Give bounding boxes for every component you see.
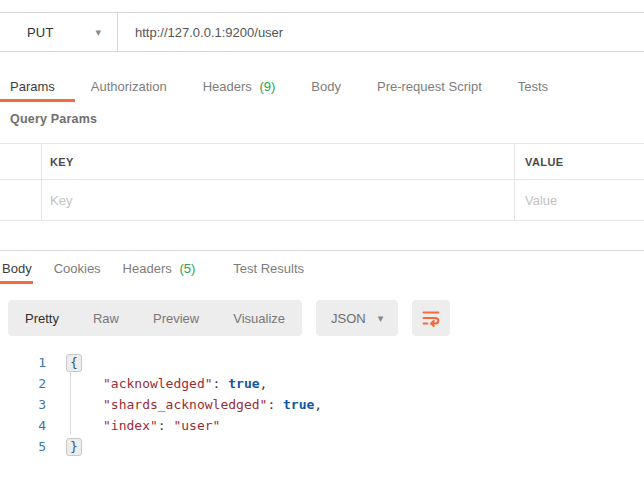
response-tab-headers-label: Headers bbox=[123, 261, 172, 276]
json-string-value: "user" bbox=[173, 418, 220, 433]
response-headers-count-badge: (5) bbox=[179, 261, 195, 276]
params-header-row: KEY VALUE bbox=[0, 144, 644, 180]
params-table: KEY VALUE bbox=[0, 143, 644, 221]
line-number: 2 bbox=[0, 376, 46, 391]
method-select[interactable]: PUT ▾ bbox=[0, 13, 118, 51]
url-input[interactable] bbox=[118, 13, 644, 51]
tab-params[interactable]: Params bbox=[10, 79, 55, 94]
view-mode-group: Pretty Raw Preview Visualize bbox=[8, 300, 302, 336]
json-colon: : bbox=[158, 418, 166, 433]
json-comma: , bbox=[260, 376, 268, 391]
code-line: 5 } bbox=[0, 436, 644, 457]
code-line: 3 "shards_acknowledged": true, bbox=[0, 394, 644, 415]
code-line: 1 { bbox=[0, 352, 644, 373]
close-brace-fold-widget: } bbox=[66, 438, 82, 456]
response-tab-body-label: Body bbox=[2, 261, 32, 276]
tab-headers[interactable]: Headers (9) bbox=[203, 79, 276, 94]
query-params-title: Query Params bbox=[0, 112, 644, 126]
response-toolbar: Pretty Raw Preview Visualize JSON ▾ bbox=[8, 300, 644, 336]
code-line: 4 "index": "user" bbox=[0, 415, 644, 436]
tab-body[interactable]: Body bbox=[311, 79, 341, 94]
code-line: 2 "acknowledged": true, bbox=[0, 373, 644, 394]
json-colon: : bbox=[267, 397, 275, 412]
param-key-input[interactable] bbox=[50, 193, 491, 208]
active-tab-underline bbox=[0, 99, 75, 102]
view-mode-raw[interactable]: Raw bbox=[76, 311, 136, 326]
tab-pre-request-script[interactable]: Pre-request Script bbox=[377, 79, 482, 94]
headers-count-badge: (9) bbox=[259, 79, 275, 94]
params-row bbox=[0, 180, 644, 220]
params-row-key-cell bbox=[42, 180, 515, 220]
json-key: "shards_acknowledged" bbox=[103, 397, 267, 412]
response-body-code: 1 { 2 "acknowledged": true, 3 "shards_ac… bbox=[0, 352, 644, 457]
active-tab-underline bbox=[0, 281, 33, 284]
json-key: "acknowledged" bbox=[103, 376, 213, 391]
indent-guide bbox=[70, 371, 71, 434]
json-colon: : bbox=[213, 376, 221, 391]
tab-tests[interactable]: Tests bbox=[518, 79, 548, 94]
request-tabs: Params Authorization Headers (9) Body Pr… bbox=[0, 79, 644, 94]
tab-pre-request-script-label: Pre-request Script bbox=[377, 79, 482, 94]
view-mode-pretty[interactable]: Pretty bbox=[8, 311, 76, 326]
tab-authorization[interactable]: Authorization bbox=[91, 79, 167, 94]
tab-body-label: Body bbox=[311, 79, 341, 94]
key-column-header: KEY bbox=[50, 156, 74, 168]
wrap-lines-icon bbox=[420, 307, 442, 329]
json-comma: , bbox=[314, 397, 322, 412]
value-column-header: VALUE bbox=[525, 156, 563, 168]
response-tab-cookies-label: Cookies bbox=[54, 261, 101, 276]
method-label: PUT bbox=[27, 25, 54, 40]
response-tab-test-results[interactable]: Test Results bbox=[233, 261, 304, 276]
response-tab-cookies[interactable]: Cookies bbox=[54, 261, 101, 276]
line-number: 1 bbox=[0, 355, 46, 370]
request-response-divider bbox=[0, 250, 644, 251]
line-number: 4 bbox=[0, 418, 46, 433]
view-mode-visualize[interactable]: Visualize bbox=[216, 311, 302, 326]
json-boolean-value: true bbox=[228, 376, 259, 391]
tab-tests-label: Tests bbox=[518, 79, 548, 94]
params-value-header-cell: VALUE bbox=[515, 144, 644, 179]
json-boolean-value: true bbox=[283, 397, 314, 412]
line-number: 5 bbox=[0, 439, 46, 454]
response-tab-body[interactable]: Body bbox=[2, 261, 32, 276]
tab-authorization-label: Authorization bbox=[91, 79, 167, 94]
tab-headers-label: Headers bbox=[203, 79, 252, 94]
format-select[interactable]: JSON ▾ bbox=[316, 300, 398, 336]
params-key-header-cell: KEY bbox=[42, 144, 515, 179]
response-tab-headers[interactable]: Headers (5) bbox=[123, 261, 196, 276]
view-mode-preview[interactable]: Preview bbox=[136, 311, 216, 326]
format-label: JSON bbox=[331, 311, 366, 326]
json-key: "index" bbox=[103, 418, 158, 433]
params-row-value-cell bbox=[515, 180, 644, 220]
format-caret-icon: ▾ bbox=[378, 313, 384, 324]
open-brace-fold-widget: { bbox=[66, 354, 82, 372]
tab-params-label: Params bbox=[10, 79, 55, 94]
response-tab-test-results-label: Test Results bbox=[233, 261, 304, 276]
response-tabs: Body Cookies Headers (5) Test Results bbox=[0, 261, 644, 276]
params-select-column bbox=[0, 144, 42, 179]
line-number: 3 bbox=[0, 397, 46, 412]
params-row-select-cell bbox=[0, 180, 42, 220]
wrap-lines-button[interactable] bbox=[412, 300, 450, 336]
request-url-bar: PUT ▾ bbox=[0, 12, 644, 52]
method-caret-icon: ▾ bbox=[95, 27, 101, 38]
param-value-input[interactable] bbox=[525, 193, 638, 208]
